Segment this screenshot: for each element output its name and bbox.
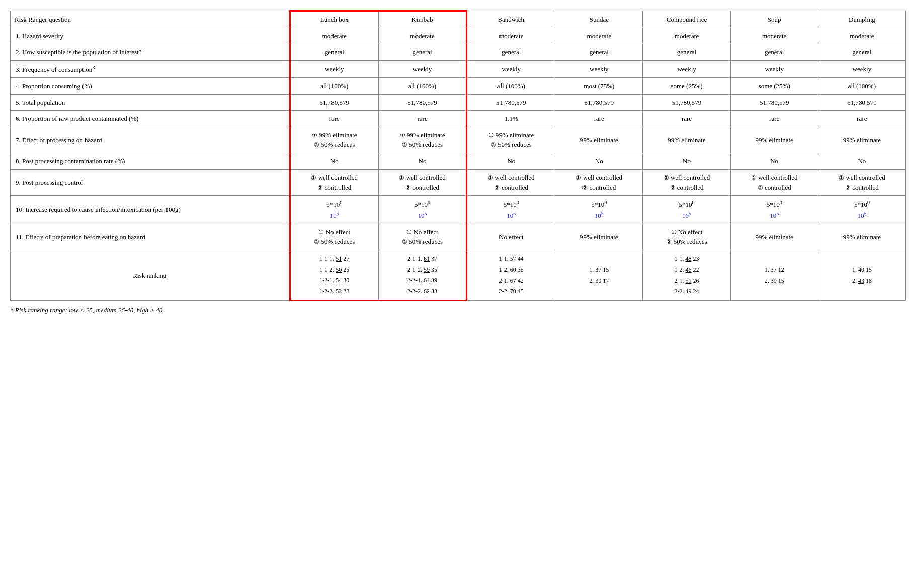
question-3: 3. Frequency of consumption3	[11, 60, 290, 78]
cell-soup-1: moderate	[730, 28, 818, 44]
cell-sandwich-2: general	[467, 44, 555, 61]
cell-kimbab-6: rare	[378, 111, 467, 127]
cell-sundae-2: general	[555, 44, 643, 61]
cell-kimbab-9: ① well controlled② controlled	[378, 170, 467, 196]
cell-kimbab-1: moderate	[378, 28, 467, 44]
question-risk-ranking: Risk ranking	[11, 250, 290, 300]
cell-lunchbox-8: No	[290, 153, 378, 170]
cell-kimbab-3: weekly	[378, 60, 467, 78]
cell-sundae-6: rare	[555, 111, 643, 127]
risk-ranger-table: Risk Ranger question Lunch box Kimbab Sa…	[10, 10, 906, 301]
table-row: 4. Proportion consuming (%) all (100%) a…	[11, 78, 906, 95]
main-table-container: Risk Ranger question Lunch box Kimbab Sa…	[10, 10, 906, 314]
cell-sundae-11: 99% eliminate	[555, 224, 643, 250]
question-6: 6. Proportion of raw product contaminate…	[11, 111, 290, 127]
cell-dumpling-ranking: 1. 40 15 2. 43 18	[818, 250, 905, 300]
cell-sandwich-ranking: 1-1. 57 44 1-2. 60 35 2-1. 67 42 2-2. 70…	[467, 250, 555, 300]
table-row: 8. Post processing contamination rate (%…	[11, 153, 906, 170]
cell-lunchbox-7: ① 99% eliminate② 50% reduces	[290, 127, 378, 153]
cell-soup-6: rare	[730, 111, 818, 127]
question-9: 9. Post processing control	[11, 170, 290, 196]
cell-sundae-4: most (75%)	[555, 78, 643, 95]
cell-dumpling-11: 99% eliminate	[818, 224, 905, 250]
cell-dumpling-2: general	[818, 44, 905, 61]
cell-lunchbox-1: moderate	[290, 28, 378, 44]
cell-sandwich-7: ① 99% eliminate② 50% reduces	[467, 127, 555, 153]
cell-sandwich-9: ① well controlled② controlled	[467, 170, 555, 196]
col-header-kimbab: Kimbab	[378, 11, 467, 28]
cell-dumpling-4: all (100%)	[818, 78, 905, 95]
cell-soup-9: ① well controlled② controlled	[730, 170, 818, 196]
cell-comprice-8: No	[643, 153, 730, 170]
cell-sundae-8: No	[555, 153, 643, 170]
cell-comprice-5: 51,780,579	[643, 94, 730, 111]
cell-kimbab-7: ① 99% eliminate② 50% reduces	[378, 127, 467, 153]
cell-dumpling-7: 99% eliminate	[818, 127, 905, 153]
col-header-dumpling: Dumpling	[818, 11, 905, 28]
cell-soup-3: weekly	[730, 60, 818, 78]
cell-soup-ranking: 1. 37 12 2. 39 15	[730, 250, 818, 300]
cell-lunchbox-4: all (100%)	[290, 78, 378, 95]
cell-sandwich-4: all (100%)	[467, 78, 555, 95]
question-1: 1. Hazard severity	[11, 28, 290, 44]
cell-sandwich-6: 1.1%	[467, 111, 555, 127]
col-header-sandwich: Sandwich	[467, 11, 555, 28]
col-header-soup: Soup	[730, 11, 818, 28]
cell-comprice-2: general	[643, 44, 730, 61]
cell-comprice-1: moderate	[643, 28, 730, 44]
cell-soup-2: general	[730, 44, 818, 61]
question-7: 7. Effect of processing on hazard	[11, 127, 290, 153]
cell-dumpling-10: 5*100105	[818, 196, 905, 224]
question-8: 8. Post processing contamination rate (%…	[11, 153, 290, 170]
cell-soup-8: No	[730, 153, 818, 170]
cell-kimbab-2: general	[378, 44, 467, 61]
question-4: 4. Proportion consuming (%)	[11, 78, 290, 95]
cell-comprice-4: some (25%)	[643, 78, 730, 95]
cell-soup-4: some (25%)	[730, 78, 818, 95]
cell-sandwich-3: weekly	[467, 60, 555, 78]
question-2: 2. How susceptible is the population of …	[11, 44, 290, 61]
col-header-sundae: Sundae	[555, 11, 643, 28]
cell-lunchbox-10: 5*100105	[290, 196, 378, 224]
cell-lunchbox-3: weekly	[290, 60, 378, 78]
cell-lunchbox-ranking: 1-1-1. 51 27 1-1-2. 50 25 1-2-1. 54 30 1…	[290, 250, 378, 300]
cell-sundae-3: weekly	[555, 60, 643, 78]
cell-dumpling-6: rare	[818, 111, 905, 127]
cell-kimbab-8: No	[378, 153, 467, 170]
cell-lunchbox-9: ① well controlled② controlled	[290, 170, 378, 196]
cell-sandwich-1: moderate	[467, 28, 555, 44]
cell-kimbab-4: all (100%)	[378, 78, 467, 95]
cell-dumpling-1: moderate	[818, 28, 905, 44]
table-footnote: * Risk ranking range: low < 25, medium 2…	[10, 306, 906, 314]
cell-comprice-ranking: 1-1. 48 23 1-2. 46 22 2-1. 51 26 2-2. 49…	[643, 250, 730, 300]
cell-soup-10: 5*100105	[730, 196, 818, 224]
cell-lunchbox-6: rare	[290, 111, 378, 127]
cell-comprice-3: weekly	[643, 60, 730, 78]
cell-dumpling-8: No	[818, 153, 905, 170]
table-row: 7. Effect of processing on hazard ① 99% …	[11, 127, 906, 153]
cell-sandwich-8: No	[467, 153, 555, 170]
table-row: 5. Total population 51,780,579 51,780,57…	[11, 94, 906, 111]
cell-comprice-6: rare	[643, 111, 730, 127]
cell-comprice-11: ① No effect② 50% reduces	[643, 224, 730, 250]
cell-sundae-1: moderate	[555, 28, 643, 44]
cell-lunchbox-5: 51,780,579	[290, 94, 378, 111]
cell-sundae-9: ① well controlled② controlled	[555, 170, 643, 196]
cell-kimbab-ranking: 2-1-1. 61 37 2-1-2. 59 35 2-2-1. 64 39 2…	[378, 250, 467, 300]
table-row: 1. Hazard severity moderate moderate mod…	[11, 28, 906, 44]
question-10: 10. Increase required to cause infection…	[11, 196, 290, 224]
cell-sandwich-10: 5*100105	[467, 196, 555, 224]
cell-sandwich-11: No effect	[467, 224, 555, 250]
cell-kimbab-5: 51,780,579	[378, 94, 467, 111]
cell-comprice-10: 5*100105	[643, 196, 730, 224]
question-11: 11. Effects of preparation before eating…	[11, 224, 290, 250]
table-row: Risk ranking 1-1-1. 51 27 1-1-2. 50 25 1…	[11, 250, 906, 300]
table-row: 10. Increase required to cause infection…	[11, 196, 906, 224]
cell-kimbab-11: ① No effect② 50% reduces	[378, 224, 467, 250]
question-5: 5. Total population	[11, 94, 290, 111]
table-row: 2. How susceptible is the population of …	[11, 44, 906, 61]
cell-soup-7: 99% eliminate	[730, 127, 818, 153]
table-row: 3. Frequency of consumption3 weekly week…	[11, 60, 906, 78]
cell-soup-11: 99% eliminate	[730, 224, 818, 250]
cell-dumpling-9: ① well controlled② controlled	[818, 170, 905, 196]
